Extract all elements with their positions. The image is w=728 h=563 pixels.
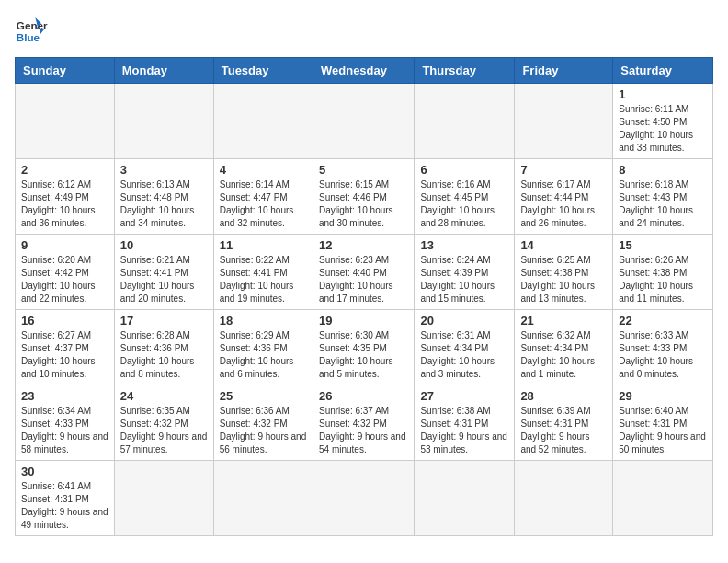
- day-number: 15: [619, 238, 707, 252]
- calendar-cell: 3Sunrise: 6:13 AM Sunset: 4:48 PM Daylig…: [114, 159, 213, 235]
- calendar-cell: 8Sunrise: 6:18 AM Sunset: 4:43 PM Daylig…: [613, 159, 713, 235]
- calendar-cell: 11Sunrise: 6:22 AM Sunset: 4:41 PM Dayli…: [213, 235, 313, 310]
- day-number: 13: [420, 238, 508, 252]
- day-info: Sunrise: 6:17 AM Sunset: 4:44 PM Dayligh…: [520, 178, 607, 230]
- day-info: Sunrise: 6:41 AM Sunset: 4:31 PM Dayligh…: [21, 480, 108, 532]
- day-number: 14: [520, 238, 607, 252]
- day-info: Sunrise: 6:20 AM Sunset: 4:42 PM Dayligh…: [21, 254, 108, 305]
- calendar-cell: 24Sunrise: 6:35 AM Sunset: 4:32 PM Dayli…: [114, 385, 213, 461]
- day-info: Sunrise: 6:16 AM Sunset: 4:45 PM Dayligh…: [420, 178, 508, 230]
- day-number: 3: [120, 163, 208, 177]
- calendar-cell: 9Sunrise: 6:20 AM Sunset: 4:42 PM Daylig…: [16, 235, 115, 310]
- weekday-header-row: SundayMondayTuesdayWednesdayThursdayFrid…: [16, 58, 713, 84]
- day-number: 16: [21, 314, 108, 327]
- calendar-row: 23Sunrise: 6:34 AM Sunset: 4:33 PM Dayli…: [16, 385, 713, 461]
- day-info: Sunrise: 6:25 AM Sunset: 4:38 PM Dayligh…: [520, 254, 607, 305]
- day-info: Sunrise: 6:33 AM Sunset: 4:33 PM Dayligh…: [619, 329, 707, 381]
- logo-icon: General Blue: [15, 15, 48, 48]
- calendar-cell: 19Sunrise: 6:30 AM Sunset: 4:35 PM Dayli…: [313, 310, 414, 385]
- calendar-cell: [313, 461, 414, 536]
- day-number: 25: [220, 389, 307, 403]
- calendar-cell: 16Sunrise: 6:27 AM Sunset: 4:37 PM Dayli…: [16, 310, 115, 385]
- day-info: Sunrise: 6:13 AM Sunset: 4:48 PM Dayligh…: [120, 178, 208, 230]
- calendar-cell: 12Sunrise: 6:23 AM Sunset: 4:40 PM Dayli…: [313, 235, 414, 310]
- calendar-cell: 18Sunrise: 6:29 AM Sunset: 4:36 PM Dayli…: [213, 310, 313, 385]
- weekday-header-saturday: Saturday: [613, 58, 713, 84]
- calendar-cell: 30Sunrise: 6:41 AM Sunset: 4:31 PM Dayli…: [16, 461, 115, 536]
- day-info: Sunrise: 6:37 AM Sunset: 4:32 PM Dayligh…: [319, 405, 408, 456]
- day-number: 22: [619, 314, 707, 327]
- calendar-row: 2Sunrise: 6:12 AM Sunset: 4:49 PM Daylig…: [16, 159, 713, 235]
- calendar-cell: 10Sunrise: 6:21 AM Sunset: 4:41 PM Dayli…: [114, 235, 213, 310]
- calendar-cell: 5Sunrise: 6:15 AM Sunset: 4:46 PM Daylig…: [313, 159, 414, 235]
- calendar-cell: 29Sunrise: 6:40 AM Sunset: 4:31 PM Dayli…: [613, 385, 713, 461]
- day-number: 8: [619, 163, 707, 177]
- day-info: Sunrise: 6:21 AM Sunset: 4:41 PM Dayligh…: [120, 254, 208, 305]
- day-info: Sunrise: 6:30 AM Sunset: 4:35 PM Dayligh…: [319, 329, 408, 381]
- day-number: 10: [120, 238, 208, 252]
- calendar-cell: 6Sunrise: 6:16 AM Sunset: 4:45 PM Daylig…: [415, 159, 515, 235]
- day-number: 30: [21, 465, 108, 478]
- day-info: Sunrise: 6:24 AM Sunset: 4:39 PM Dayligh…: [420, 254, 508, 305]
- day-number: 7: [520, 163, 607, 177]
- calendar-cell: [313, 84, 414, 159]
- day-number: 4: [220, 163, 307, 177]
- day-info: Sunrise: 6:39 AM Sunset: 4:31 PM Dayligh…: [520, 405, 607, 456]
- day-info: Sunrise: 6:29 AM Sunset: 4:36 PM Dayligh…: [220, 329, 307, 381]
- day-info: Sunrise: 6:22 AM Sunset: 4:41 PM Dayligh…: [220, 254, 307, 305]
- day-number: 1: [619, 87, 707, 101]
- day-number: 18: [220, 314, 307, 327]
- calendar-row: 16Sunrise: 6:27 AM Sunset: 4:37 PM Dayli…: [16, 310, 713, 385]
- day-number: 19: [319, 314, 408, 327]
- calendar-cell: [415, 461, 515, 536]
- weekday-header-monday: Monday: [114, 58, 213, 84]
- calendar-cell: [613, 461, 713, 536]
- weekday-header-sunday: Sunday: [16, 58, 115, 84]
- day-number: 23: [21, 389, 108, 403]
- calendar-cell: [213, 461, 313, 536]
- calendar-cell: [515, 84, 613, 159]
- calendar-cell: 22Sunrise: 6:33 AM Sunset: 4:33 PM Dayli…: [613, 310, 713, 385]
- calendar-row: 30Sunrise: 6:41 AM Sunset: 4:31 PM Dayli…: [16, 461, 713, 536]
- calendar-row: 9Sunrise: 6:20 AM Sunset: 4:42 PM Daylig…: [16, 235, 713, 310]
- day-info: Sunrise: 6:23 AM Sunset: 4:40 PM Dayligh…: [319, 254, 408, 305]
- day-number: 24: [120, 389, 208, 403]
- calendar-cell: 17Sunrise: 6:28 AM Sunset: 4:36 PM Dayli…: [114, 310, 213, 385]
- calendar-cell: 1Sunrise: 6:11 AM Sunset: 4:50 PM Daylig…: [613, 84, 713, 159]
- calendar-cell: [213, 84, 313, 159]
- day-number: 5: [319, 163, 408, 177]
- day-info: Sunrise: 6:15 AM Sunset: 4:46 PM Dayligh…: [319, 178, 408, 230]
- day-number: 20: [420, 314, 508, 327]
- day-info: Sunrise: 6:28 AM Sunset: 4:36 PM Dayligh…: [120, 329, 208, 381]
- calendar-cell: [114, 84, 213, 159]
- day-info: Sunrise: 6:40 AM Sunset: 4:31 PM Dayligh…: [619, 405, 707, 456]
- svg-text:Blue: Blue: [17, 31, 40, 43]
- day-info: Sunrise: 6:26 AM Sunset: 4:38 PM Dayligh…: [619, 254, 707, 305]
- day-number: 27: [420, 389, 508, 403]
- logo: General Blue: [15, 15, 51, 48]
- day-info: Sunrise: 6:34 AM Sunset: 4:33 PM Dayligh…: [21, 405, 108, 456]
- calendar-cell: 14Sunrise: 6:25 AM Sunset: 4:38 PM Dayli…: [515, 235, 613, 310]
- calendar-cell: 7Sunrise: 6:17 AM Sunset: 4:44 PM Daylig…: [515, 159, 613, 235]
- calendar-cell: 2Sunrise: 6:12 AM Sunset: 4:49 PM Daylig…: [16, 159, 115, 235]
- day-number: 6: [420, 163, 508, 177]
- calendar-cell: [415, 84, 515, 159]
- day-info: Sunrise: 6:14 AM Sunset: 4:47 PM Dayligh…: [220, 178, 307, 230]
- calendar-cell: 15Sunrise: 6:26 AM Sunset: 4:38 PM Dayli…: [613, 235, 713, 310]
- calendar-cell: [114, 461, 213, 536]
- day-number: 11: [220, 238, 307, 252]
- calendar-row: 1Sunrise: 6:11 AM Sunset: 4:50 PM Daylig…: [16, 84, 713, 159]
- weekday-header-wednesday: Wednesday: [313, 58, 414, 84]
- calendar-cell: 13Sunrise: 6:24 AM Sunset: 4:39 PM Dayli…: [415, 235, 515, 310]
- calendar-cell: 26Sunrise: 6:37 AM Sunset: 4:32 PM Dayli…: [313, 385, 414, 461]
- calendar-cell: 23Sunrise: 6:34 AM Sunset: 4:33 PM Dayli…: [16, 385, 115, 461]
- day-info: Sunrise: 6:18 AM Sunset: 4:43 PM Dayligh…: [619, 178, 707, 230]
- calendar-cell: 28Sunrise: 6:39 AM Sunset: 4:31 PM Dayli…: [515, 385, 613, 461]
- day-info: Sunrise: 6:11 AM Sunset: 4:50 PM Dayligh…: [619, 103, 707, 155]
- day-info: Sunrise: 6:27 AM Sunset: 4:37 PM Dayligh…: [21, 329, 108, 381]
- day-info: Sunrise: 6:36 AM Sunset: 4:32 PM Dayligh…: [220, 405, 307, 456]
- day-number: 28: [520, 389, 607, 403]
- day-number: 26: [319, 389, 408, 403]
- calendar-table: SundayMondayTuesdayWednesdayThursdayFrid…: [15, 57, 713, 536]
- calendar-cell: [16, 84, 115, 159]
